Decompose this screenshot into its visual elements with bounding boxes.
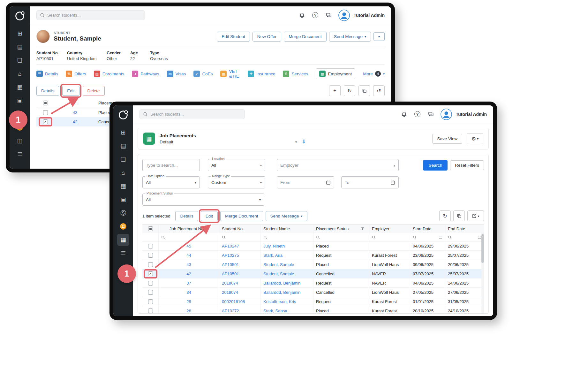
row-checkbox[interactable] (148, 290, 153, 295)
search-button[interactable]: Search (423, 160, 448, 171)
student-name-link[interactable]: Ballarddd, Benjamin (260, 288, 313, 297)
chat-icon[interactable] (325, 11, 333, 19)
row-checkbox[interactable] (148, 253, 153, 258)
row-checkbox[interactable] (148, 309, 153, 313)
date-option-select[interactable]: Date Option All ▾ (142, 176, 200, 188)
courses-icon[interactable]: ⌂ (117, 167, 129, 179)
settings-icon[interactable]: ☰ (117, 247, 129, 259)
column-header-student-no[interactable]: Student No. (219, 225, 260, 233)
new-offer-button[interactable]: New Offer (253, 32, 282, 42)
location-select[interactable]: Location All ▾ (208, 159, 265, 171)
placement-id-link[interactable]: 42 (54, 119, 96, 124)
courses-icon[interactable]: ⌂ (14, 68, 26, 80)
student-name-link[interactable]: Stark, Sansa (260, 306, 313, 313)
employer-filter[interactable]: › (277, 159, 399, 171)
job-placement-row[interactable]: 45AP10247July, NinethPlaced04/06/202529/… (142, 241, 484, 251)
job-placement-no-link[interactable]: 29 (158, 297, 219, 306)
column-search-field[interactable] (445, 233, 484, 241)
tab-insurance[interactable]: ✚Insurance (248, 69, 275, 79)
job-placement-no-link[interactable]: 43 (158, 260, 219, 269)
quick-search-filter[interactable] (142, 159, 200, 171)
contacts-icon[interactable]: ▤ (14, 41, 26, 53)
column-header-employer[interactable]: Employer (369, 225, 410, 233)
delete-button[interactable]: Delete (83, 86, 105, 96)
refresh-icon[interactable]: ↻ (344, 85, 355, 96)
column-header-placement-no[interactable]: Job Placement No.↓ (158, 225, 219, 233)
community-icon[interactable]: ♊ (117, 220, 129, 232)
column-header-end-date[interactable]: End Date (445, 225, 484, 233)
view-select[interactable]: Default ▾ (160, 140, 297, 144)
job-placement-row[interactable]: 372018074Ballarddd, BenjaminRequestNAVER… (142, 278, 484, 288)
job-placement-row[interactable]: 342018074Ballarddd, BenjaminCancelledLio… (142, 288, 484, 297)
edit-button[interactable]: Edit (62, 86, 79, 96)
briefcase-icon[interactable]: ▣ (14, 95, 26, 107)
history-icon[interactable]: ↺ (373, 85, 385, 96)
column-search-field[interactable] (313, 233, 369, 241)
range-type-select[interactable]: Range Type Custom ▾ (208, 176, 265, 188)
placement-status-select[interactable]: Placement Status All ▾ (142, 194, 264, 206)
job-placements-icon[interactable]: ▦ (117, 234, 129, 246)
details-button[interactable]: Details (36, 86, 59, 96)
details-button[interactable]: Details (175, 211, 198, 221)
export-icon[interactable]: ▾ (467, 210, 484, 221)
student-no-link[interactable]: AP10247 (219, 241, 260, 251)
row-checkbox[interactable] (43, 110, 48, 115)
tab-employment[interactable]: ▦Employment (316, 68, 355, 79)
reset-filters-button[interactable]: Reset Filters (450, 160, 484, 170)
merge-document-button[interactable]: Merge Document (220, 211, 263, 221)
job-placement-row[interactable]: 44AP10275Stark, AriaRequestKurast Forest… (142, 251, 484, 260)
edit-button[interactable]: Edit (201, 211, 218, 221)
documents-icon[interactable]: ❏ (14, 54, 26, 66)
table-scrollbar[interactable] (481, 233, 484, 313)
tab-details[interactable]: ☰Details (36, 69, 58, 79)
student-no-link[interactable]: AP10501 (219, 260, 260, 269)
row-checkbox[interactable] (148, 299, 153, 304)
row-checkbox[interactable] (148, 244, 153, 248)
student-name-link[interactable]: Kristofferson, Kris (260, 297, 313, 306)
student-name-link[interactable]: Student, Sample (260, 260, 313, 269)
more-actions-button[interactable]: ▾ (373, 32, 385, 41)
job-placement-no-link[interactable]: 37 (158, 278, 219, 288)
global-search-input[interactable] (150, 112, 241, 117)
refresh-icon[interactable]: ↻ (439, 210, 451, 221)
tab-offers[interactable]: %Offers (66, 69, 86, 79)
select-all-checkbox[interactable] (43, 101, 48, 105)
settings-icon[interactable]: ☰ (14, 148, 26, 160)
column-header-placement-status[interactable]: Placement Status (313, 225, 369, 233)
global-search-input[interactable] (47, 13, 141, 18)
calendar-icon[interactable] (390, 180, 395, 185)
job-placement-no-link[interactable]: 42 (158, 269, 219, 278)
copy-icon[interactable] (358, 85, 370, 96)
student-no-link[interactable]: 2018074 (219, 278, 260, 288)
help-icon[interactable]: ? (414, 110, 421, 118)
pin-icon[interactable] (301, 139, 306, 144)
scrollbar-thumb[interactable] (481, 234, 484, 263)
job-placement-no-link[interactable]: 28 (158, 306, 219, 313)
job-placement-row[interactable]: 43AP10501Student, SamplePlacedLionWolf H… (142, 260, 484, 269)
notifications-icon[interactable] (298, 11, 306, 19)
placement-id-link[interactable]: 43 (54, 110, 96, 115)
student-name-link[interactable]: Stark, Aria (260, 251, 313, 260)
edit-student-button[interactable]: Edit Student (217, 32, 250, 42)
help-icon[interactable]: ? (312, 11, 319, 19)
column-search-field[interactable] (219, 233, 260, 241)
save-view-button[interactable]: Save View (432, 134, 462, 144)
student-no-link[interactable]: AP10501 (219, 269, 260, 278)
calendar-icon[interactable] (478, 235, 481, 239)
send-message-button[interactable]: Send Message▾ (329, 32, 371, 42)
from-date-input[interactable] (277, 176, 334, 188)
student-no-link[interactable]: AP10272 (219, 306, 260, 313)
column-search-field[interactable] (260, 233, 313, 241)
student-name-link[interactable]: Student, Sample (260, 269, 313, 278)
student-no-link[interactable]: 0002018108 (219, 297, 260, 306)
send-message-button[interactable]: Send Message▾ (266, 211, 307, 221)
briefcase-icon[interactable]: ▣ (117, 194, 129, 206)
tab-pathways[interactable]: ➔Pathways (132, 69, 159, 79)
app-logo-icon[interactable] (117, 109, 130, 121)
view-settings-button[interactable]: ⚙▾ (467, 133, 483, 144)
job-placement-row[interactable]: 28AP10272Stark, SansaPlacedKurast Forest… (142, 306, 484, 313)
filter-funnel-icon[interactable] (361, 227, 365, 231)
tab-enrolments[interactable]: ▤Enrolments (94, 69, 124, 79)
user-avatar[interactable] (441, 109, 452, 120)
merge-document-button[interactable]: Merge Document (284, 32, 327, 42)
